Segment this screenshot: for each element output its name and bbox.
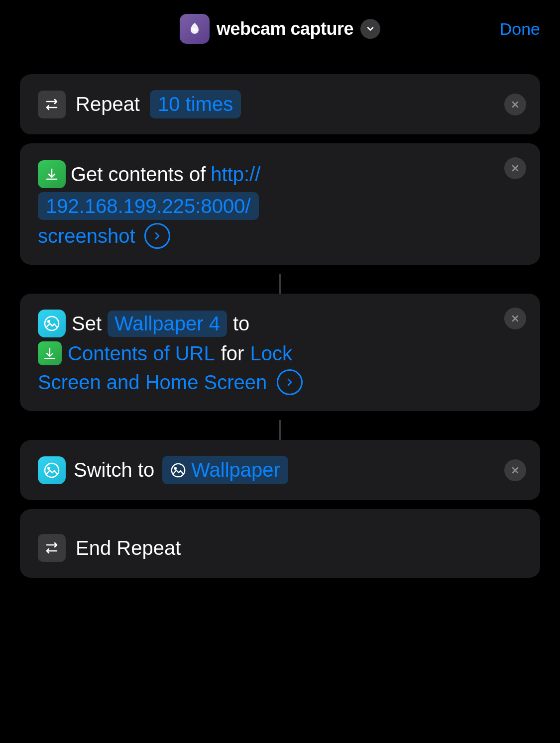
get-contents-label: Get contents of	[71, 159, 206, 189]
to-label: to	[233, 313, 249, 335]
switch-to-label: Switch to	[74, 459, 154, 481]
svg-point-0	[193, 28, 196, 31]
wallpaper-badge-label: Wallpaper	[191, 459, 280, 481]
svg-point-3	[45, 463, 59, 477]
repeat-icon	[38, 91, 66, 118]
get-contents-icon	[38, 160, 66, 188]
wallpaper-badge-inline[interactable]: Wallpaper	[162, 456, 288, 484]
header-title: webcam capture	[217, 18, 353, 39]
home-screen-label: Screen and Home Screen	[38, 371, 267, 394]
set-wallpaper-expand-button[interactable]	[277, 369, 303, 395]
set-label: Set	[72, 313, 102, 335]
url-part2[interactable]: 192.168.199.225:8000/	[38, 192, 259, 220]
repeat-card: Repeat 10 times	[20, 74, 540, 134]
wallpaper-4-badge[interactable]: Wallpaper 4	[108, 311, 227, 337]
end-repeat-card: End Repeat	[20, 509, 540, 578]
repeat-close-button[interactable]	[504, 94, 526, 115]
switch-wallpaper-icon	[38, 456, 66, 484]
switch-to-close-button[interactable]	[504, 459, 526, 481]
svg-point-6	[174, 467, 177, 470]
lock-screen-label: Lock	[250, 342, 292, 365]
header-separator	[0, 54, 560, 54]
contents-of-url-icon	[38, 341, 62, 365]
header: webcam capture Done	[0, 0, 560, 54]
svg-point-5	[172, 463, 185, 476]
url-part3: screenshot	[38, 225, 135, 247]
end-repeat-label: End Repeat	[76, 537, 181, 559]
content-area: Repeat 10 times Get contents of http:// …	[0, 64, 560, 607]
for-label: for	[221, 342, 244, 365]
connector-1	[279, 274, 281, 294]
contents-of-url-label: Contents of URL	[68, 342, 215, 365]
get-contents-card: Get contents of http:// 192.168.199.225:…	[20, 143, 540, 265]
svg-point-1	[45, 317, 59, 330]
get-contents-expand-button[interactable]	[144, 223, 170, 249]
switch-to-card: Switch to Wallpaper	[20, 440, 540, 500]
repeat-label: Repeat	[76, 93, 140, 115]
get-contents-close-button[interactable]	[504, 157, 526, 179]
set-wallpaper-card: Set Wallpaper 4 to Contents of URL for L…	[20, 294, 540, 411]
svg-point-2	[47, 320, 50, 323]
set-wallpaper-close-button[interactable]	[504, 308, 526, 329]
svg-point-4	[47, 467, 50, 470]
connector-2	[279, 420, 281, 440]
wallpaper-icon-1	[38, 310, 66, 337]
repeat-times-badge[interactable]: 10 times	[150, 90, 241, 118]
done-button[interactable]: Done	[500, 19, 540, 39]
url-part1: http://	[211, 159, 260, 189]
header-center: webcam capture	[180, 14, 380, 44]
app-icon	[180, 14, 210, 44]
chevron-dropdown-button[interactable]	[360, 19, 380, 39]
end-repeat-icon	[38, 534, 66, 562]
